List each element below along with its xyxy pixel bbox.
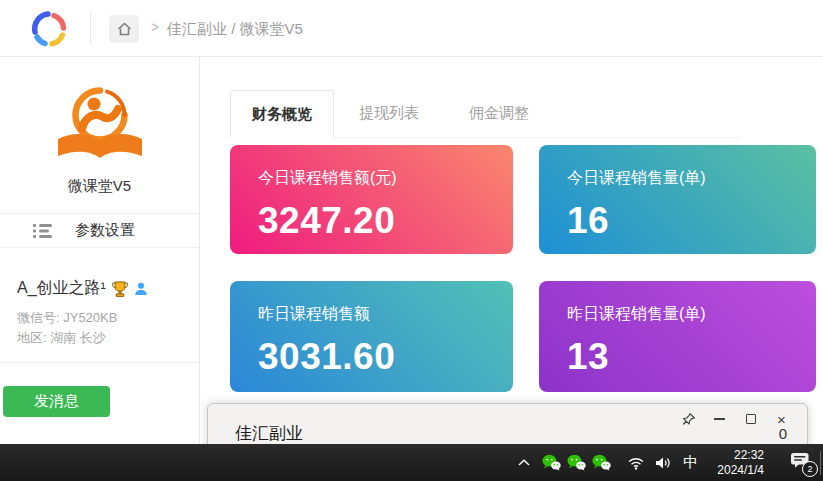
show-desktop-button[interactable] [820, 451, 822, 475]
card-label: 昨日课程销售量(单) [567, 304, 816, 325]
tab-withdrawal-list[interactable]: 提现列表 [334, 90, 444, 138]
user-wechat-id: 微信号: JY520KB [17, 308, 199, 328]
sidebar-divider [0, 362, 199, 363]
home-icon [116, 21, 133, 37]
wifi-icon [627, 456, 645, 470]
user-info-block: A_创业之路¹ 微信号: JY520KB 地区: 湖南 长沙 [0, 248, 199, 348]
card-today-sales-amount: 今日课程销售额(元) 3247.20 [230, 145, 513, 254]
wechat-tray-icon-1[interactable] [539, 444, 564, 481]
main-content: 财务概览 提现列表 佣金调整 今日课程销售额(元) 3247.20 今日课程销售… [200, 57, 823, 444]
card-value: 13 [567, 336, 816, 378]
home-button[interactable] [109, 15, 139, 43]
user-region: 地区: 湖南 长沙 [17, 328, 199, 348]
app-name: 微课堂V5 [0, 177, 199, 196]
minimize-button[interactable] [704, 407, 735, 431]
card-value: 3031.60 [258, 336, 513, 378]
wechat-icon [542, 454, 561, 471]
maximize-icon [746, 414, 756, 424]
user-name: A_创业之路¹ [17, 278, 106, 299]
tab-bar: 财务概览 提现列表 佣金调整 [230, 90, 554, 138]
wechat-tray-icon-2[interactable] [564, 444, 589, 481]
breadcrumb-chevron-icon: > [151, 19, 159, 35]
card-label: 今日课程销售额(元) [258, 168, 513, 189]
window-title: 佳汇副业 [235, 422, 303, 445]
list-settings-icon [33, 223, 53, 239]
sidebar-item-label: 参数设置 [75, 221, 135, 240]
wechat-icon [592, 454, 611, 471]
notification-badge: 2 [802, 461, 818, 477]
card-value: 16 [567, 200, 816, 242]
clock[interactable]: 22:32 2024/1/4 [713, 448, 768, 478]
taskbar: 中 22:32 2024/1/4 2 [0, 444, 823, 481]
sidebar-item-settings[interactable]: 参数设置 [0, 213, 199, 248]
tab-commission-adjust[interactable]: 佣金调整 [444, 90, 554, 138]
clock-date: 2024/1/4 [717, 463, 764, 478]
tab-finance-overview[interactable]: 财务概览 [230, 90, 334, 138]
ime-indicator[interactable]: 中 [676, 444, 705, 481]
notification-center-button[interactable]: 2 [790, 452, 810, 473]
card-yesterday-sales-amount: 昨日课程销售额 3031.60 [230, 281, 513, 392]
card-today-sales-count: 今日课程销售量(单) 16 [539, 145, 816, 254]
network-button[interactable] [622, 444, 650, 481]
screen: > 佳汇副业 / 微课堂V5 微课堂V5 [0, 0, 823, 481]
card-value: 3247.20 [258, 200, 513, 242]
pin-button[interactable] [673, 407, 704, 431]
user-icon [134, 282, 148, 296]
send-message-button[interactable]: 发消息 [3, 386, 110, 417]
clock-time: 22:32 [717, 448, 764, 463]
wechat-tray-icon-3[interactable] [589, 444, 614, 481]
maximize-button[interactable] [735, 407, 766, 431]
stat-cards: 今日课程销售额(元) 3247.20 今日课程销售量(单) 16 昨日课程销售额… [230, 145, 816, 392]
minimize-icon [714, 418, 725, 420]
card-label: 昨日课程销售额 [258, 304, 513, 325]
top-header: > 佳汇副业 / 微课堂V5 [0, 0, 823, 57]
window-stray-value: 0 [779, 425, 787, 442]
card-label: 今日课程销售量(单) [567, 168, 816, 189]
trophy-icon [111, 280, 129, 298]
volume-button[interactable] [650, 444, 676, 481]
course-app-logo-icon [52, 83, 148, 167]
brand-logo-icon [26, 7, 72, 55]
wechat-icon [567, 454, 586, 471]
pin-icon [682, 412, 696, 426]
chevron-up-icon [518, 459, 530, 466]
volume-icon [655, 456, 671, 470]
system-tray: 中 22:32 2024/1/4 2 [509, 444, 823, 481]
tray-expand-button[interactable] [509, 444, 539, 481]
breadcrumb[interactable]: 佳汇副业 / 微课堂V5 [167, 20, 303, 39]
header-divider [90, 13, 91, 44]
card-yesterday-sales-count: 昨日课程销售量(单) 13 [539, 281, 816, 392]
sidebar: 微课堂V5 参数设置 A_创业之路¹ [0, 57, 200, 444]
